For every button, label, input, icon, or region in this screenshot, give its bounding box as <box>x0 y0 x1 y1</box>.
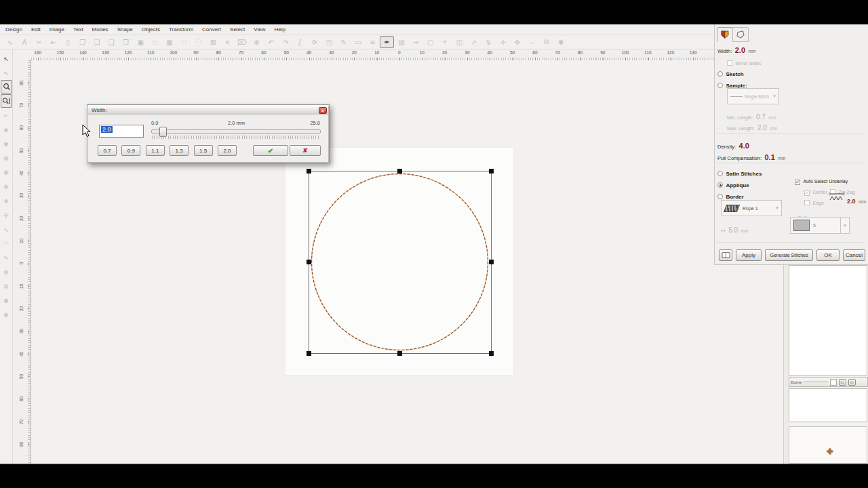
generate-stitches-button[interactable]: Generate Stitches <box>765 249 813 261</box>
menu-text[interactable]: Text <box>73 26 83 33</box>
reject-button[interactable]: ✘ <box>290 145 321 156</box>
brush-a-icon[interactable]: ✻ <box>1 265 12 279</box>
columns-icon[interactable]: ◫ <box>452 36 467 48</box>
menu-modes[interactable]: Modes <box>92 26 108 33</box>
redo-icon[interactable]: ↷ <box>278 36 292 48</box>
waves-icon[interactable]: ≋ <box>366 36 380 48</box>
mini-slider[interactable] <box>804 382 828 382</box>
shape-spark-icon[interactable]: ✣ <box>1 208 12 222</box>
close-object-icon[interactable]: ✕ <box>220 36 235 48</box>
select-box-icon[interactable]: □ <box>148 36 162 48</box>
grid-icon[interactable]: ▦ <box>162 36 176 48</box>
object-list-panel[interactable] <box>789 265 867 375</box>
fill-rows-icon[interactable]: ▤ <box>394 36 408 48</box>
handle-nw[interactable] <box>307 169 311 174</box>
border-radio[interactable] <box>717 194 723 199</box>
shape-diamond-icon[interactable]: ❖ <box>1 194 12 208</box>
menu-image[interactable]: Image <box>50 26 64 33</box>
width-slider-track[interactable] <box>151 129 321 134</box>
shape-clover-icon[interactable]: ✤ <box>1 165 12 180</box>
shape-star-icon[interactable]: ✥ <box>1 180 12 194</box>
frames-icon[interactable]: ⧉ <box>539 36 553 48</box>
erase-icon[interactable]: ⌦ <box>235 36 249 48</box>
pattern-icon[interactable]: ⁛ <box>191 36 205 48</box>
tab-applique[interactable] <box>717 27 733 42</box>
outline-icon[interactable]: ▢ <box>423 36 437 48</box>
move-cursor-icon[interactable]: ⇖ <box>1 66 12 80</box>
pen-tool-icon[interactable]: ✎ <box>1 251 12 265</box>
preset-1-1[interactable]: 1.1 <box>146 145 165 156</box>
merge-icon[interactable]: ❒ <box>119 36 133 48</box>
menu-objects[interactable]: Objects <box>142 26 160 33</box>
menu-shape[interactable]: Shape <box>117 26 133 33</box>
ok-button[interactable]: OK <box>816 249 840 261</box>
text-tool-icon[interactable]: A <box>17 36 31 48</box>
settings-icon[interactable]: ✱ <box>553 36 568 48</box>
save-icon[interactable]: ▣ <box>134 36 148 48</box>
select-cursor-icon[interactable]: ↖ <box>1 52 12 66</box>
rectangle-icon[interactable]: ▭ <box>351 36 365 48</box>
scissors-icon[interactable]: ✂ <box>32 36 46 48</box>
menu-transform[interactable]: Transform <box>169 26 193 33</box>
preset-2-0[interactable]: 2.0 <box>218 145 237 156</box>
delete-icon[interactable]: ⊠ <box>205 36 220 48</box>
mini-button-2[interactable]: ▭ <box>848 379 856 386</box>
brush-d-icon[interactable]: ❃ <box>1 308 12 322</box>
curve-icon[interactable]: ⇝ <box>409 36 423 48</box>
tab-shape[interactable] <box>732 27 749 42</box>
preset-0-7[interactable]: 0.7 <box>98 145 117 156</box>
export-icon[interactable]: ❑ <box>104 36 119 48</box>
knife-icon[interactable]: ✄ <box>1 108 12 123</box>
shape-flower-icon[interactable]: ❀ <box>1 123 12 137</box>
brush-b-icon[interactable]: ✼ <box>1 279 12 293</box>
handle-se[interactable] <box>489 351 494 356</box>
dots-icon[interactable]: ∷ <box>177 36 191 48</box>
stitch-wave-icon[interactable]: ∿ <box>3 36 17 48</box>
mirror-sides-checkbox[interactable] <box>727 60 732 66</box>
detail-panel[interactable] <box>789 388 867 422</box>
menu-convert[interactable]: Convert <box>202 26 221 33</box>
menu-design[interactable]: Design <box>5 26 22 33</box>
mini-toggle-box[interactable] <box>830 379 837 386</box>
wave-tool-icon[interactable]: ∿ <box>1 222 12 237</box>
auto-underlay-checkbox[interactable]: ✓ <box>795 180 800 185</box>
target-cross-icon[interactable]: ✜ <box>510 36 524 48</box>
confirm-button[interactable]: ✔ <box>253 145 288 156</box>
arrow-ne-icon[interactable]: ↗ <box>467 36 481 48</box>
handle-ne[interactable] <box>489 169 494 174</box>
menu-help[interactable]: Help <box>275 26 285 33</box>
handle-sw[interactable] <box>307 351 311 356</box>
center-icon[interactable]: ⌖ <box>437 36 452 48</box>
shape-bloom-icon[interactable]: ❁ <box>1 151 12 165</box>
cross-icon[interactable]: ✛ <box>496 36 510 48</box>
zoom-1to1-tool-button[interactable] <box>1 94 12 108</box>
brush-c-icon[interactable]: ✽ <box>1 293 12 308</box>
preset-1-3[interactable]: 1.3 <box>170 145 189 156</box>
menu-edit[interactable]: Edit <box>31 26 41 33</box>
sample-dropdown[interactable]: Single Stitch ▼ <box>727 88 779 104</box>
dialog-close-button[interactable]: ✕ <box>319 107 327 114</box>
swap-icon[interactable]: ⇔ <box>525 36 539 48</box>
menu-view[interactable]: View <box>254 26 265 33</box>
handle-s[interactable] <box>397 351 402 356</box>
applique-radio[interactable] <box>717 182 723 188</box>
add-icon[interactable]: ⊕ <box>250 36 264 48</box>
arc-tool-icon[interactable]: ◠ <box>1 237 12 251</box>
import-icon[interactable]: ❏ <box>90 36 104 48</box>
undo-icon[interactable]: ↶ <box>264 36 278 48</box>
preset-0-9[interactable]: 0.9 <box>121 145 140 156</box>
sketch-radio[interactable] <box>717 71 723 77</box>
open-file-icon[interactable]: ❐ <box>75 36 90 48</box>
handle-e[interactable] <box>489 260 494 264</box>
edit-nodes-icon[interactable]: ✎ <box>336 36 351 48</box>
edge-checkbox[interactable] <box>804 200 810 205</box>
outlines-dropdown[interactable]: 5 ▼ <box>790 217 850 234</box>
sample-radio[interactable] <box>717 83 723 88</box>
new-file-icon[interactable]: ▯ <box>61 36 75 48</box>
satin-radio[interactable] <box>717 171 723 176</box>
cancel-button[interactable]: Cancel <box>843 249 865 261</box>
function-icon[interactable]: ƒ <box>293 36 307 48</box>
border-style-dropdown[interactable]: Rope 1 ▼ <box>721 200 782 216</box>
mini-button-1[interactable]: ▭ <box>839 379 846 386</box>
stitch-pen-icon[interactable]: ✒ <box>380 36 394 48</box>
